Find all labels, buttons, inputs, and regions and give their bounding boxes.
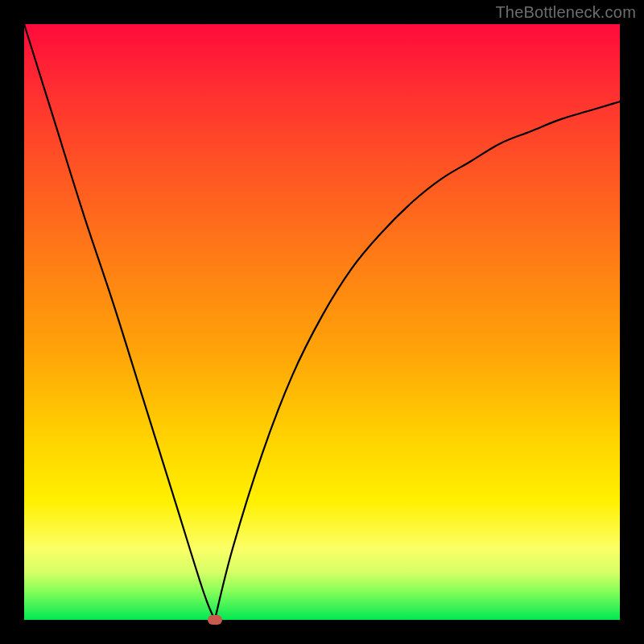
minimum-marker	[208, 615, 222, 625]
watermark-text: TheBottleneck.com	[495, 3, 636, 22]
plot-area	[24, 24, 620, 620]
curve-left	[24, 24, 215, 620]
chart-frame: TheBottleneck.com	[0, 0, 644, 644]
curve-svg	[24, 24, 620, 620]
curve-right	[215, 101, 620, 620]
